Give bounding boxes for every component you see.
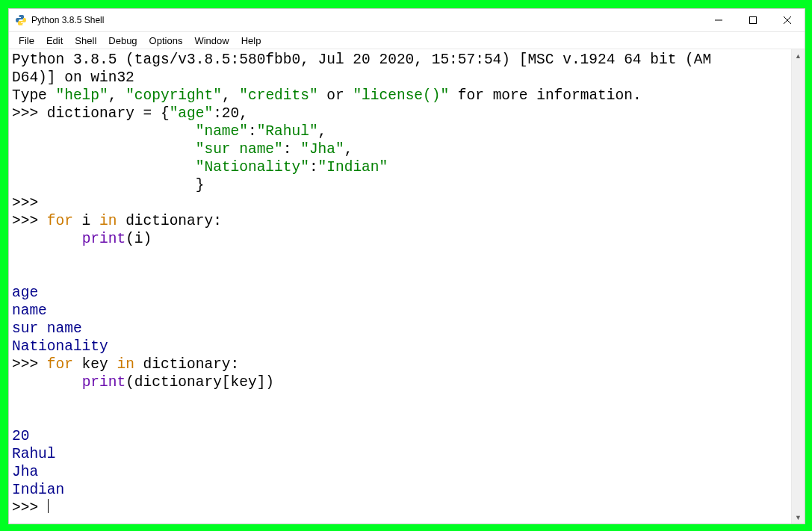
prompt: >>> <box>12 105 47 122</box>
maximize-button[interactable] <box>736 9 770 31</box>
vertical-scrollbar[interactable]: ▲ ▼ <box>791 49 805 524</box>
menubar: File Edit Shell Debug Options Window Hel… <box>9 32 805 49</box>
code-line: "Nationality":"Indian" <box>12 159 388 176</box>
code-line: print(i) <box>12 231 152 247</box>
output-line: name <box>12 302 47 319</box>
prompt: >>> <box>12 500 47 516</box>
output-line: age <box>12 285 38 301</box>
menu-edit[interactable]: Edit <box>41 34 68 47</box>
code-line: "name":"Rahul", <box>12 123 326 140</box>
code-line: for i in dictionary: <box>47 213 222 229</box>
prompt: >>> <box>12 356 47 373</box>
banner-line: D64)] on win32 <box>12 69 134 86</box>
svg-point-1 <box>22 24 23 25</box>
python-icon <box>15 14 27 26</box>
output-line: Indian <box>12 482 64 498</box>
output-line: Rahul <box>12 446 56 462</box>
output-line: Jha <box>12 464 38 480</box>
banner-line: Type "help", "copyright", "credits" or "… <box>12 87 642 104</box>
minimize-button[interactable] <box>701 9 736 31</box>
menu-shell[interactable]: Shell <box>69 34 102 47</box>
titlebar[interactable]: Python 3.8.5 Shell <box>9 9 805 32</box>
output-line: Nationality <box>12 338 108 355</box>
scroll-down-icon[interactable]: ▼ <box>792 511 805 524</box>
content-area: Python 3.8.5 (tags/v3.8.5:580fbb0, Jul 2… <box>9 49 805 524</box>
menu-options[interactable]: Options <box>144 34 188 47</box>
menu-help[interactable]: Help <box>236 34 267 47</box>
menu-debug[interactable]: Debug <box>103 34 142 47</box>
code-line: dictionary = {"age":20, <box>47 105 248 122</box>
prompt: >>> <box>12 195 47 211</box>
close-button[interactable] <box>770 9 805 31</box>
blank-line <box>12 267 82 283</box>
svg-point-0 <box>19 16 19 16</box>
cursor <box>48 499 49 513</box>
svg-rect-3 <box>750 17 757 24</box>
prompt: >>> <box>12 213 47 229</box>
scroll-up-icon[interactable]: ▲ <box>792 49 805 62</box>
code-line: print(dictionary[key]) <box>12 374 274 391</box>
menu-window[interactable]: Window <box>189 34 234 47</box>
window-title: Python 3.8.5 Shell <box>31 15 701 25</box>
code-line: } <box>12 177 204 193</box>
output-line: sur name <box>12 320 82 337</box>
menu-file[interactable]: File <box>13 34 40 47</box>
window-controls <box>701 9 805 31</box>
shell-text[interactable]: Python 3.8.5 (tags/v3.8.5:580fbb0, Jul 2… <box>9 49 791 524</box>
idle-window: Python 3.8.5 Shell File Edit Shell Debug… <box>8 8 805 524</box>
blank-line <box>12 410 82 426</box>
code-line: "sur name": "Jha", <box>12 141 353 158</box>
output-line: 20 <box>12 428 29 444</box>
banner-line: Python 3.8.5 (tags/v3.8.5:580fbb0, Jul 2… <box>12 52 711 68</box>
code-line: for key in dictionary: <box>47 356 239 373</box>
